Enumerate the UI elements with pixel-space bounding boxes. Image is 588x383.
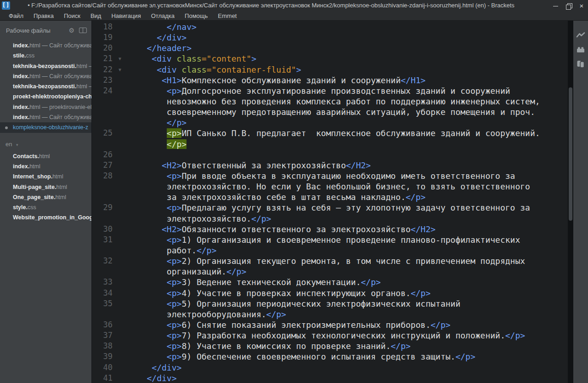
code-row[interactable]: невозможно без проведения комплекса рабо… [92,96,573,107]
code-row[interactable]: 31 <p>1) Оргаганизация и своевременное п… [92,234,573,245]
code-row[interactable]: 23 <H1>Комплексное обслуживание зданий и… [92,75,573,86]
scrollbar-track[interactable] [568,21,573,383]
extension-manager-icon[interactable] [576,45,585,54]
file-item[interactable]: Contacts.html [0,151,91,161]
code-row[interactable]: 26 [92,149,573,160]
menu-item-view[interactable]: Вид [85,12,107,19]
code-row[interactable]: 40 </div> [92,362,573,373]
minimize-button[interactable] [549,0,562,11]
fold-arrow-icon[interactable]: ▼ [113,64,132,75]
tag-token: <div [152,54,171,63]
overlapping-cards-icon[interactable] [576,59,585,69]
code-row[interactable]: 36 <p>6) Снятие показаний электроизмерит… [92,320,573,330]
split-view-icon[interactable] [79,28,87,33]
file-item[interactable]: tekhnika-bezopasnosti.html – [0,81,91,91]
menu-item-navigate[interactable]: Навигация [106,12,146,19]
file-item[interactable]: index.html — Сайт обслуживан [0,40,91,51]
menu-item-file[interactable]: Файл [4,12,28,19]
tag-token: </p> [251,214,271,223]
code-row[interactable]: работ.</p> [92,245,573,256]
file-item[interactable]: One_page_site.html [0,192,91,202]
tag-token: <p> [167,320,182,330]
line-number: 33 [92,277,113,287]
file-item[interactable]: Internet_shop.html [0,171,91,182]
fold-gutter [113,139,132,149]
code-row[interactable]: 19 </div> [92,32,573,43]
code-row[interactable]: электрооборудования.</p> [92,309,573,320]
fold-gutter [113,128,132,138]
file-name: Website_promotion_in_Google. [13,214,91,221]
code-row[interactable]: 39 <p>9) Обеспечение своевременного испы… [92,351,573,362]
file-suffix: html — Сайт обслуживан [29,42,91,49]
matched-tag-token: </p> [167,139,187,149]
code-row[interactable]: 28 <p>При вводе объекта в эксплуатацию н… [92,171,573,181]
restore-button[interactable] [562,0,575,11]
code-row[interactable]: своевременному предотвращению аварийных … [92,107,573,117]
code-row[interactable]: 18 </nav> [92,22,573,32]
code-text: </p> [132,139,573,149]
code-row[interactable]: </p> [92,139,573,149]
file-item[interactable]: index.html — Сайт обслуживан [0,112,91,122]
code-row[interactable]: электрохозяйство. Но если у Вас небольшо… [92,181,573,192]
txt-token: электрохозяйство. [167,214,251,223]
close-button[interactable]: × [575,0,588,11]
code-row[interactable]: 33 <p>3) Ведение технической документаци… [92,277,573,287]
file-item[interactable]: style.css [0,202,91,212]
line-number: 25 [92,128,113,138]
file-item[interactable]: index.html [0,161,91,171]
code-text: </header> [132,43,573,53]
fold-gutter [113,351,132,362]
file-name: One_page_site. [13,194,55,200]
file-item[interactable]: stile.css [0,51,91,61]
code-row[interactable]: 25 <p>ИП Санько П.В. предлагает комплекс… [92,128,573,138]
menu-item-debug[interactable]: Отладка [146,12,180,19]
code-row[interactable]: за электрохозяйство себе в штат весьма н… [92,192,573,202]
file-item[interactable]: index.html — proektirovanie-elek [0,102,91,112]
code-row[interactable]: 20 </header> [92,43,573,53]
menu-item-help[interactable]: Помощь [180,12,213,19]
fold-gutter [113,224,132,234]
code-row[interactable]: 32 <p>2) Организация текущего ремонта, в… [92,256,573,266]
code-row[interactable]: </p> [92,117,573,128]
code-row[interactable]: 41 </div> [92,373,573,383]
code-row[interactable]: электрохозяйство.</p> [92,213,573,224]
code-row[interactable]: 27 <H2>Ответственный за электрохозяйство… [92,160,573,171]
file-item[interactable]: Website_promotion_in_Google.html [0,212,91,223]
code-row[interactable]: 34 <p>4) Участие в проверках инспектирую… [92,288,573,298]
project-header[interactable]: en ▾ [0,133,91,149]
txt-token: работ. [167,246,197,255]
code-row[interactable]: 38 <p>8) Участие в комиссиях по проверке… [92,341,573,351]
code-row[interactable]: организаций.</p> [92,266,573,277]
working-files-label: Рабочие файлы [6,27,68,34]
file-item[interactable]: proekt-ehlektrootopleniya-cha [0,91,91,102]
menu-item-emmet[interactable]: Emmet [213,12,242,19]
live-preview-icon[interactable] [576,31,585,40]
code-row[interactable]: 29 <p>Предлагаю услугу взять на себя — э… [92,202,573,213]
modified-dot-icon [5,126,8,129]
fold-gutter [113,309,132,320]
file-name: Contacts. [13,153,39,160]
code-row[interactable]: 24 <p>Долгосрочное эксплуатирование прои… [92,86,573,96]
menu-item-find[interactable]: Поиск [59,12,85,19]
file-item[interactable]: index.html — Сайт обслуживан [0,71,91,81]
code-row[interactable]: 22▼ <div class="container-fluid"> [92,64,573,75]
line-number: 31 [92,234,113,245]
code-row[interactable]: 30 <H2>Обязанности ответственного за эле… [92,224,573,234]
file-suffix: html [39,153,50,160]
code-row[interactable]: 21▼ <div class="content"> [92,53,573,64]
editor-pane[interactable]: 18 </nav>19 </div>20 </header>21▼ <div c… [92,21,573,383]
code-text: <div class="container-fluid"> [132,64,573,75]
menu-item-edit[interactable]: Правка [28,12,59,19]
fold-arrow-icon[interactable]: ▼ [113,53,132,64]
file-item[interactable]: kompleksnoe-obsluzhivanie-z [0,122,91,132]
fold-gutter [113,234,132,245]
code-row[interactable]: 35 <p>5) Организация периодических элект… [92,298,573,309]
file-item[interactable]: tekhnika-bezopasnosti.html – [0,61,91,71]
file-item[interactable]: Multi-page_site.html [0,182,91,192]
tag-token: <p> [167,341,182,351]
code-area[interactable]: 18 </nav>19 </div>20 </header>21▼ <div c… [92,21,573,383]
code-text: <p>4) Участие в проверках инспектирующих… [132,288,573,298]
code-row[interactable]: 37 <p>7) Разработка необходимых технолог… [92,330,573,341]
gear-icon[interactable]: ⚙ [68,27,74,34]
scrollbar-thumb[interactable] [569,87,572,221]
